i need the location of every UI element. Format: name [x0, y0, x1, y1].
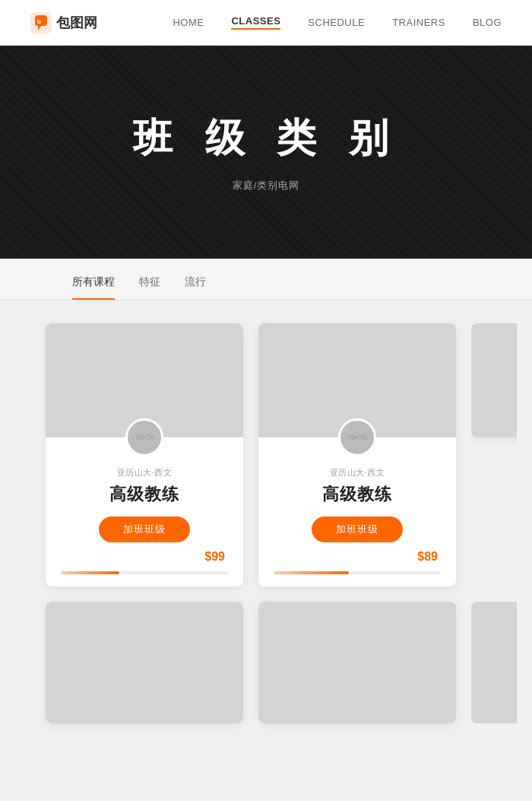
card-bottom-partial: [471, 602, 517, 723]
nav-home[interactable]: HOME: [173, 17, 204, 28]
card-progress-fill-1: [61, 571, 119, 574]
card-title-2: 高级教练: [274, 483, 441, 506]
hero-section: 班 级 类 别 家庭/类别电网: [0, 46, 532, 259]
cards-section: 70×70 亚历山大·西文 高级教练 加班班级 $99 70×70 亚历山大·西…: [0, 300, 532, 746]
card-progress-fill-2: [274, 571, 349, 574]
card-progress-2: [274, 571, 441, 574]
card-image-3: [471, 323, 517, 437]
main-nav: HOME CLASSES SCHEDULE TRAINERS BLOG: [173, 15, 502, 30]
nav-schedule[interactable]: SCHEDULE: [308, 17, 365, 28]
class-card-bottom-3: [471, 602, 517, 723]
card-avatar-2: 70×70: [338, 418, 376, 456]
cards-row-top: 70×70 亚历山大·西文 高级教练 加班班级 $99 70×70 亚历山大·西…: [46, 323, 486, 586]
card-subtitle-1: 亚历山大·西文: [61, 467, 228, 478]
class-card-bottom-2: [258, 602, 456, 723]
card-partial-3: [471, 323, 517, 586]
card-body-1: 亚历山大·西文 高级教练 加班班级 $99: [46, 456, 243, 586]
tab-all-courses[interactable]: 所有课程: [72, 275, 115, 300]
join-class-btn-2[interactable]: 加班班级: [312, 517, 403, 542]
card-progress-1: [61, 571, 228, 574]
card-subtitle-2: 亚历山大·西文: [274, 467, 441, 478]
card-bottom-image-1: [46, 602, 243, 723]
card-bottom-image-2: [258, 602, 456, 723]
logo-text: 包图网: [56, 14, 97, 32]
card-body-2: 亚历山大·西文 高级教练 加班班级 $89: [258, 456, 456, 586]
card-title-1: 高级教练: [61, 483, 228, 506]
logo: b 包图网: [30, 12, 97, 33]
join-class-btn-1[interactable]: 加班班级: [99, 517, 190, 542]
avatar-text-1: 70×70: [135, 434, 154, 441]
card-bottom-image-3: [471, 602, 517, 723]
logo-icon: b: [30, 12, 52, 33]
class-card-1: 70×70 亚历山大·西文 高级教练 加班班级 $99: [46, 323, 243, 586]
hero-title: 班 级 类 别: [133, 112, 398, 165]
breadcrumb: 家庭/类别电网: [233, 179, 300, 192]
nav-trainers[interactable]: TRAINERS: [392, 17, 445, 28]
class-card-bottom-1: [46, 602, 243, 723]
card-avatar-1: 70×70: [125, 418, 163, 456]
nav-blog[interactable]: BLOG: [473, 17, 502, 28]
tab-popular[interactable]: 流行: [185, 275, 206, 300]
svg-text:b: b: [37, 18, 41, 25]
nav-classes[interactable]: CLASSES: [231, 15, 280, 30]
header: b 包图网 HOME CLASSES SCHEDULE TRAINERS BLO…: [0, 0, 532, 46]
avatar-text-2: 70×70: [347, 434, 366, 441]
cards-row-bottom: [46, 602, 486, 723]
card-price-1: $99: [61, 550, 228, 564]
class-card-3-partial: [471, 323, 517, 437]
card-price-2: $89: [274, 550, 441, 564]
tab-featured[interactable]: 特征: [139, 275, 160, 300]
class-card-2: 70×70 亚历山大·西文 高级教练 加班班级 $89: [258, 323, 456, 586]
filter-tabs: 所有课程 特征 流行: [0, 259, 532, 300]
